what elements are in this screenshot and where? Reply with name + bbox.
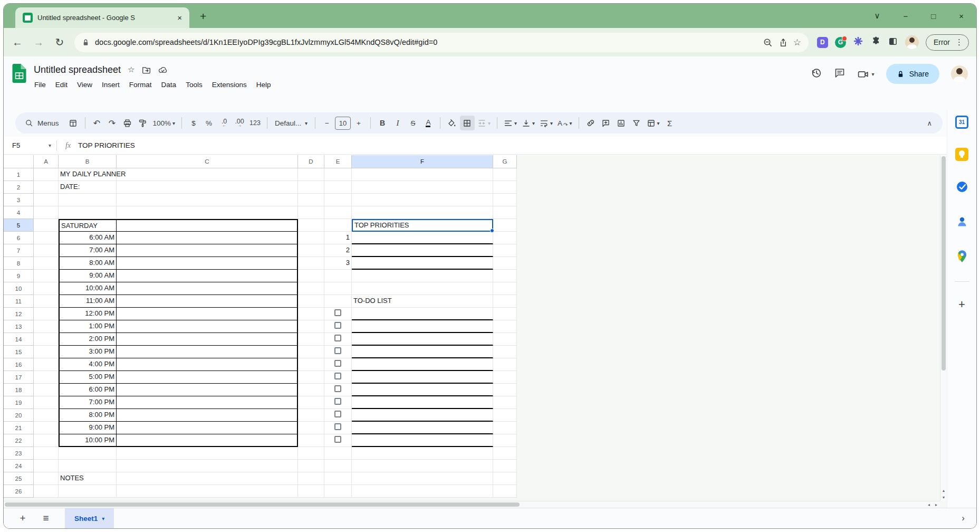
cell-D2[interactable]: [298, 181, 324, 194]
decrease-font-size-button[interactable]: −: [320, 116, 334, 130]
row-header-8[interactable]: 8: [4, 257, 34, 270]
menu-tools[interactable]: Tools: [181, 79, 207, 91]
cell-D16[interactable]: [298, 358, 324, 371]
cell-F6[interactable]: [352, 232, 493, 244]
cell-F14[interactable]: [352, 333, 493, 346]
cell-E3[interactable]: [324, 194, 352, 206]
cell-B2[interactable]: DATE:: [59, 181, 117, 194]
print-button[interactable]: [120, 116, 135, 130]
cell-A8[interactable]: [34, 257, 59, 270]
document-title[interactable]: Untitled spreadsheet: [34, 64, 121, 75]
cell-C14[interactable]: [117, 333, 298, 346]
all-sheets-button[interactable]: ≡: [34, 512, 57, 524]
cell-B10[interactable]: 10:00 AM: [59, 282, 117, 295]
borders-button[interactable]: [460, 116, 475, 130]
cell-B20[interactable]: 8:00 PM: [59, 409, 117, 422]
window-close-button[interactable]: ×: [959, 12, 964, 21]
star-document-icon[interactable]: ☆: [128, 65, 134, 74]
cell-A26[interactable]: [34, 485, 59, 498]
keep-icon[interactable]: [955, 148, 968, 161]
cell-A9[interactable]: [34, 270, 59, 282]
cell-A2[interactable]: [34, 181, 59, 194]
cell-A3[interactable]: [34, 194, 59, 206]
contacts-icon[interactable]: [955, 215, 969, 231]
cell-B8[interactable]: 8:00 AM: [59, 257, 117, 270]
cell-C16[interactable]: [117, 358, 298, 371]
sheet-tab-active[interactable]: Sheet1 ▾: [65, 508, 114, 529]
cell-C3[interactable]: [117, 194, 298, 206]
cell-C26[interactable]: [117, 485, 298, 498]
cell-B7[interactable]: 7:00 AM: [59, 244, 117, 257]
fill-color-button[interactable]: [445, 116, 459, 130]
cell-G15[interactable]: [493, 346, 517, 358]
menu-extensions[interactable]: Extensions: [207, 79, 252, 91]
col-header-D[interactable]: D: [298, 155, 324, 168]
row-header-17[interactable]: 17: [4, 371, 34, 384]
cell-C15[interactable]: [117, 346, 298, 358]
cell-E25[interactable]: [324, 472, 352, 485]
cell-D6[interactable]: [298, 232, 324, 244]
strikethrough-button[interactable]: S: [406, 116, 420, 130]
row-header-1[interactable]: 1: [4, 168, 34, 181]
cell-C17[interactable]: [117, 371, 298, 384]
font-select[interactable]: Defaul... ▾: [272, 116, 311, 130]
cell-G17[interactable]: [493, 371, 517, 384]
cell-B23[interactable]: [59, 447, 117, 460]
cell-A22[interactable]: [34, 434, 59, 447]
new-tab-button[interactable]: +: [200, 10, 206, 23]
cell-F11[interactable]: TO-DO LIST: [352, 295, 493, 308]
cell-A16[interactable]: [34, 358, 59, 371]
cell-D15[interactable]: [298, 346, 324, 358]
cell-E19[interactable]: [324, 396, 352, 409]
cell-G11[interactable]: [493, 295, 517, 308]
name-box[interactable]: F5 ▾: [4, 141, 56, 149]
cell-E22[interactable]: [324, 434, 352, 447]
cell-B21[interactable]: 9:00 PM: [59, 422, 117, 434]
cell-D5[interactable]: [298, 219, 324, 232]
checkbox-E12[interactable]: [334, 309, 341, 316]
cell-G20[interactable]: [493, 409, 517, 422]
menu-format[interactable]: Format: [124, 79, 157, 91]
cell-G13[interactable]: [493, 320, 517, 333]
cell-F7[interactable]: [352, 244, 493, 257]
cell-F18[interactable]: [352, 384, 493, 396]
sheets-logo-icon[interactable]: [12, 64, 26, 83]
cell-D1[interactable]: [298, 168, 324, 181]
cell-A6[interactable]: [34, 232, 59, 244]
cell-G26[interactable]: [493, 485, 517, 498]
table-functions-button[interactable]: ▾: [645, 116, 662, 130]
cell-F24[interactable]: [352, 460, 493, 472]
bookmark-star-icon[interactable]: ☆: [793, 37, 801, 48]
cell-D4[interactable]: [298, 206, 324, 219]
horizontal-scrollbar[interactable]: ◂ ▸: [4, 501, 940, 508]
vertical-scrollbar-thumb[interactable]: [941, 156, 946, 370]
cell-F25[interactable]: [352, 472, 493, 485]
cell-F13[interactable]: [352, 320, 493, 333]
cell-B5[interactable]: SATURDAY: [59, 219, 117, 232]
cell-F9[interactable]: [352, 270, 493, 282]
cell-G21[interactable]: [493, 422, 517, 434]
cell-G22[interactable]: [493, 434, 517, 447]
open-side-panel-button[interactable]: ›: [962, 513, 965, 524]
cell-F19[interactable]: [352, 396, 493, 409]
row-header-9[interactable]: 9: [4, 270, 34, 282]
cell-E18[interactable]: [324, 384, 352, 396]
cell-B26[interactable]: [59, 485, 117, 498]
cell-A7[interactable]: [34, 244, 59, 257]
cell-D25[interactable]: [298, 472, 324, 485]
decrease-decimals-button[interactable]: .0←: [217, 116, 232, 130]
browser-profile-avatar[interactable]: [905, 35, 919, 49]
cell-E16[interactable]: [324, 358, 352, 371]
cell-E11[interactable]: [324, 295, 352, 308]
cell-D22[interactable]: [298, 434, 324, 447]
cell-E7[interactable]: 2: [324, 244, 352, 257]
calendar-icon[interactable]: 31: [955, 116, 968, 129]
cell-B9[interactable]: 9:00 AM: [59, 270, 117, 282]
version-history-icon[interactable]: [810, 67, 822, 81]
checkbox-E15[interactable]: [334, 347, 341, 354]
horizontal-align-button[interactable]: ▾: [502, 116, 519, 130]
cell-E8[interactable]: 3: [324, 257, 352, 270]
zoom-out-icon[interactable]: [763, 37, 773, 48]
ai-extension-icon[interactable]: [853, 36, 863, 49]
row-header-24[interactable]: 24: [4, 460, 34, 472]
